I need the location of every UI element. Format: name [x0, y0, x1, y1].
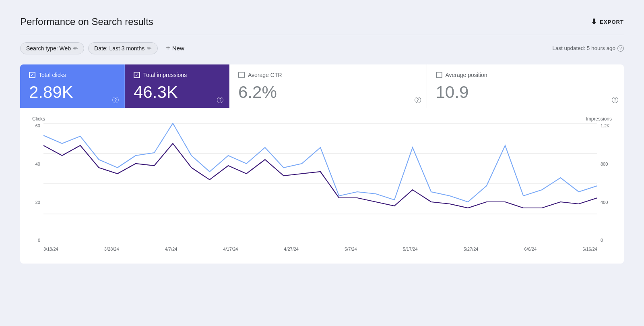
- download-icon: ⬇: [591, 17, 597, 26]
- impressions-checkbox[interactable]: ✓: [134, 72, 140, 78]
- chart-with-axes: 60 40 20 0: [32, 123, 612, 251]
- ctr-card[interactable]: Average CTR 6.2% ?: [229, 64, 427, 108]
- last-updated: Last updated: 5 hours ago ?: [552, 45, 624, 52]
- y-tick-left-20: 20: [35, 200, 40, 205]
- clicks-help[interactable]: ?: [112, 96, 119, 103]
- date-label: Date: Last 3 months: [94, 45, 144, 52]
- clicks-value: 2.89K: [29, 83, 116, 102]
- impressions-label: Total impressions: [143, 72, 187, 78]
- position-value: 10.9: [436, 83, 615, 102]
- position-card[interactable]: Average position 10.9 ?: [427, 64, 624, 108]
- clicks-card[interactable]: ✓ Total clicks 2.89K ?: [20, 64, 125, 108]
- ctr-value: 6.2%: [238, 83, 418, 102]
- chart-container: Clicks Impressions 60 40 20 0: [20, 108, 624, 264]
- new-filter-button[interactable]: + New: [162, 42, 188, 55]
- edit-icon-date: ✏: [147, 45, 152, 52]
- clicks-line: [43, 123, 597, 202]
- plus-icon: +: [166, 44, 170, 52]
- y-tick-right-400: 400: [601, 200, 608, 205]
- position-help[interactable]: ?: [612, 96, 618, 103]
- help-icon-pos[interactable]: ?: [612, 97, 618, 103]
- position-checkbox[interactable]: [436, 72, 442, 78]
- impressions-header: ✓ Total impressions: [134, 72, 220, 78]
- ctr-header: Average CTR: [238, 72, 418, 78]
- impressions-value: 46.3K: [134, 83, 220, 102]
- ctr-checkbox[interactable]: [238, 72, 245, 78]
- x-tick-0: 3/18/24: [43, 247, 58, 251]
- y-tick-left-40: 40: [35, 162, 40, 166]
- right-axis-label: Impressions: [586, 116, 612, 122]
- y-tick-right-0: 0: [601, 238, 603, 243]
- x-tick-8: 6/6/24: [524, 247, 537, 251]
- header: Performance on Search results ⬇ EXPORT: [20, 16, 624, 27]
- edit-icon: ✏: [73, 45, 78, 52]
- y-tick-left-60: 60: [35, 123, 40, 128]
- date-filter[interactable]: Date: Last 3 months ✏: [88, 42, 158, 54]
- filters-row: Search type: Web ✏ Date: Last 3 months ✏…: [20, 42, 624, 55]
- clicks-header: ✓ Total clicks: [29, 72, 116, 78]
- search-type-filter[interactable]: Search type: Web ✏: [20, 42, 84, 54]
- export-label: EXPORT: [600, 19, 624, 25]
- chart-axis-labels: Clicks Impressions: [32, 116, 612, 122]
- x-tick-1: 3/28/24: [104, 247, 119, 251]
- help-icon-clicks[interactable]: ?: [112, 97, 119, 103]
- help-icon[interactable]: ?: [617, 45, 624, 52]
- position-header: Average position: [436, 72, 615, 78]
- impressions-help[interactable]: ?: [217, 96, 223, 103]
- clicks-checkbox[interactable]: ✓: [29, 72, 35, 78]
- export-button[interactable]: ⬇ EXPORT: [591, 17, 624, 26]
- new-label: New: [172, 45, 184, 52]
- chart-svg: [43, 123, 597, 244]
- x-tick-3: 4/17/24: [223, 247, 238, 251]
- metrics-row: ✓ Total clicks 2.89K ? ✓ Total impressio…: [20, 64, 624, 108]
- y-tick-left-0: 0: [38, 238, 40, 243]
- y-axis-left: 60 40 20 0: [32, 123, 43, 251]
- last-updated-text: Last updated: 5 hours ago: [552, 45, 615, 51]
- clicks-label: Total clicks: [39, 72, 66, 78]
- main-container: Performance on Search results ⬇ EXPORT S…: [8, 8, 636, 276]
- impressions-card[interactable]: ✓ Total impressions 46.3K ?: [125, 64, 229, 108]
- x-tick-5: 5/7/24: [345, 247, 357, 251]
- page-title: Performance on Search results: [20, 16, 153, 27]
- ctr-label: Average CTR: [248, 72, 282, 78]
- help-icon-imp[interactable]: ?: [217, 97, 223, 103]
- y-tick-right-800: 800: [601, 162, 608, 166]
- chart-svg-wrapper: 3/18/24 3/28/24 4/7/24 4/17/24 4/27/24 5…: [43, 123, 597, 251]
- impressions-line: [43, 143, 597, 208]
- check-icon: ✓: [30, 73, 34, 77]
- left-axis-label: Clicks: [32, 116, 45, 122]
- position-label: Average position: [446, 72, 487, 78]
- help-icon-ctr[interactable]: ?: [415, 97, 421, 103]
- x-tick-7: 5/27/24: [464, 247, 479, 251]
- x-axis: 3/18/24 3/28/24 4/7/24 4/17/24 4/27/24 5…: [43, 247, 597, 251]
- search-type-label: Search type: Web: [26, 45, 71, 52]
- check-icon-imp: ✓: [135, 73, 139, 77]
- x-tick-4: 4/27/24: [284, 247, 299, 251]
- y-tick-right-1.2k: 1.2K: [601, 123, 610, 128]
- x-tick-6: 5/17/24: [403, 247, 418, 251]
- x-tick-9: 6/16/24: [582, 247, 597, 251]
- header-divider: [20, 35, 624, 35]
- ctr-help[interactable]: ?: [415, 96, 421, 103]
- y-axis-right: 1.2K 800 400 0: [597, 123, 612, 251]
- x-tick-2: 4/7/24: [165, 247, 178, 251]
